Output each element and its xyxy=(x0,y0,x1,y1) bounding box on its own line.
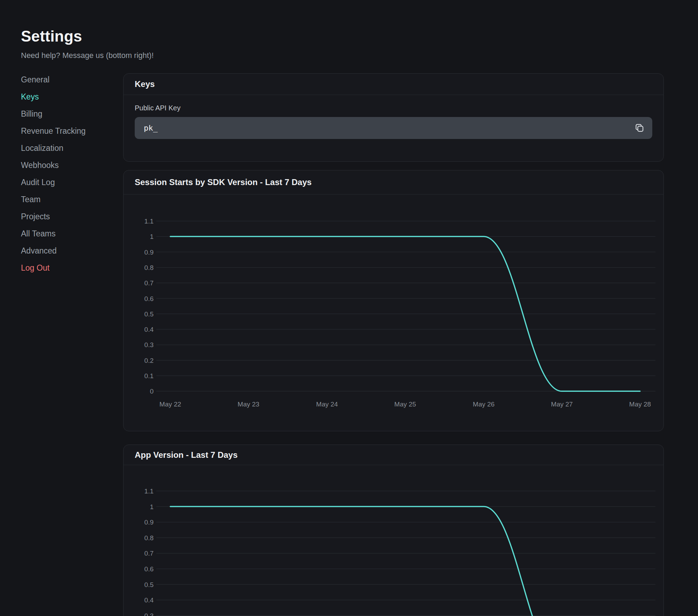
public-api-key-label: Public API Key xyxy=(135,104,652,112)
page-subtitle: Need help? Message us (bottom right)! xyxy=(21,51,154,60)
sidebar-item-audit-log[interactable]: Audit Log xyxy=(21,174,108,191)
sidebar-item-team[interactable]: Team xyxy=(21,191,108,208)
svg-text:0.1: 0.1 xyxy=(144,372,154,380)
svg-text:0.4: 0.4 xyxy=(144,326,154,333)
svg-text:0.9: 0.9 xyxy=(144,519,154,526)
svg-text:0.6: 0.6 xyxy=(144,295,154,302)
settings-sidebar: General Keys Billing Revenue Tracking Lo… xyxy=(21,71,108,277)
svg-text:0: 0 xyxy=(150,388,154,395)
copy-api-key-button[interactable] xyxy=(631,120,647,136)
sidebar-item-all-teams[interactable]: All Teams xyxy=(21,225,108,242)
svg-text:1: 1 xyxy=(150,503,154,511)
sidebar-item-keys[interactable]: Keys xyxy=(21,88,108,105)
svg-text:1: 1 xyxy=(150,233,154,240)
public-api-key-input[interactable] xyxy=(135,117,652,139)
copy-icon xyxy=(634,123,644,133)
svg-text:0.8: 0.8 xyxy=(144,264,154,271)
svg-text:1.1: 1.1 xyxy=(144,218,154,225)
svg-text:0.9: 0.9 xyxy=(144,249,154,256)
svg-text:0.4: 0.4 xyxy=(144,596,154,604)
sidebar-item-advanced[interactable]: Advanced xyxy=(21,242,108,259)
svg-text:May 26: May 26 xyxy=(473,401,495,408)
app-version-chart-title: App Version - Last 7 Days xyxy=(124,445,663,465)
svg-text:0.2: 0.2 xyxy=(144,357,154,364)
sidebar-item-localization[interactable]: Localization xyxy=(21,140,108,157)
app-version-chart-card: App Version - Last 7 Days 1.110.90.80.70… xyxy=(123,445,664,616)
public-api-key-field-wrap xyxy=(135,117,652,139)
svg-text:0.5: 0.5 xyxy=(144,310,154,318)
svg-text:0.3: 0.3 xyxy=(144,341,154,349)
svg-text:0.5: 0.5 xyxy=(144,581,154,588)
svg-text:May 25: May 25 xyxy=(394,401,416,408)
sidebar-item-revenue-tracking[interactable]: Revenue Tracking xyxy=(21,123,108,140)
svg-text:May 22: May 22 xyxy=(159,401,181,408)
sidebar-item-general[interactable]: General xyxy=(21,71,108,88)
svg-text:0.7: 0.7 xyxy=(144,279,154,287)
page-title: Settings xyxy=(21,28,82,45)
svg-text:0.6: 0.6 xyxy=(144,565,154,573)
svg-text:May 24: May 24 xyxy=(316,401,338,408)
sdk-version-chart-card: Session Starts by SDK Version - Last 7 D… xyxy=(123,170,664,431)
sidebar-item-projects[interactable]: Projects xyxy=(21,208,108,225)
keys-card-title: Keys xyxy=(124,74,663,95)
svg-text:May 27: May 27 xyxy=(551,401,573,408)
keys-card: Keys Public API Key xyxy=(123,73,664,162)
svg-text:0.7: 0.7 xyxy=(144,550,154,557)
sdk-version-line-chart: 1.110.90.80.70.60.50.40.30.20.10May 22Ma… xyxy=(124,195,663,431)
svg-text:0.8: 0.8 xyxy=(144,534,154,542)
app-version-line-chart: 1.110.90.80.70.60.50.40.3 xyxy=(124,465,663,616)
sidebar-item-billing[interactable]: Billing xyxy=(21,105,108,123)
svg-text:May 28: May 28 xyxy=(629,401,651,408)
svg-text:0.3: 0.3 xyxy=(144,612,154,616)
svg-text:1.1: 1.1 xyxy=(144,487,154,495)
svg-text:May 23: May 23 xyxy=(238,401,259,408)
sidebar-item-webhooks[interactable]: Webhooks xyxy=(21,157,108,174)
sidebar-item-log-out[interactable]: Log Out xyxy=(21,259,108,277)
sdk-version-chart-title: Session Starts by SDK Version - Last 7 D… xyxy=(124,170,663,195)
